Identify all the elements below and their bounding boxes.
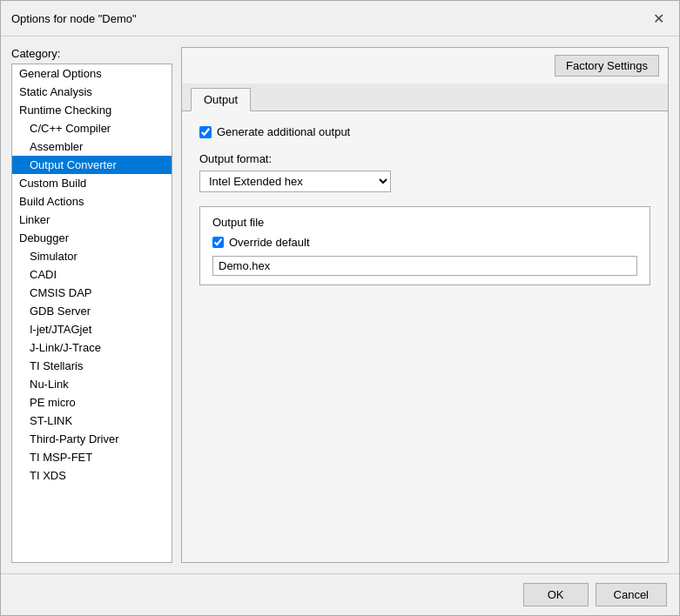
output-format-select[interactable]: Intel Extended hexIntel hexMotorola S-re…: [199, 171, 391, 192]
content-panel: Factory Settings Output Generate additio…: [181, 47, 669, 563]
filename-input[interactable]: [212, 256, 637, 276]
category-panel: Category: General OptionsStatic Analysis…: [11, 47, 172, 563]
category-item-build-actions[interactable]: Build Actions: [12, 192, 172, 211]
override-default-label: Override default: [229, 236, 310, 249]
category-item-cadi[interactable]: CADI: [12, 265, 172, 284]
dialog-body: Category: General OptionsStatic Analysis…: [1, 37, 679, 573]
category-item-output-converter[interactable]: Output Converter: [12, 156, 172, 174]
category-item-ti-msp-fet[interactable]: TI MSP-FET: [12, 448, 172, 466]
cancel-button[interactable]: Cancel: [596, 583, 667, 606]
category-item-static-analysis[interactable]: Static Analysis: [12, 83, 172, 101]
category-item-ti-stellaris[interactable]: TI Stellaris: [12, 357, 172, 375]
category-item-gdb-server[interactable]: GDB Server: [12, 302, 172, 320]
generate-output-row: Generate additional output: [199, 125, 650, 138]
category-item-j-link-j-trace[interactable]: J-Link/J-Trace: [12, 338, 172, 357]
category-item-simulator[interactable]: Simulator: [12, 247, 172, 265]
category-item-assembler[interactable]: Assembler: [12, 137, 172, 156]
output-format-label: Output format:: [199, 152, 650, 165]
category-item-custom-build[interactable]: Custom Build: [12, 174, 172, 192]
category-item-ti-xds[interactable]: TI XDS: [12, 466, 172, 485]
category-item-runtime-checking[interactable]: Runtime Checking: [12, 101, 172, 119]
factory-settings-button[interactable]: Factory Settings: [555, 55, 659, 77]
category-item-third-party-driver[interactable]: Third-Party Driver: [12, 430, 172, 448]
category-item-st-link[interactable]: ST-LINK: [12, 412, 172, 430]
factory-settings-bar: Factory Settings: [182, 48, 668, 84]
dialog-title: Options for node "Demo": [11, 12, 137, 25]
close-button[interactable]: ✕: [648, 8, 669, 29]
category-item-debugger[interactable]: Debugger: [12, 229, 172, 247]
tab-content: Generate additional output Output format…: [182, 111, 668, 562]
tab-output[interactable]: Output: [191, 88, 251, 111]
category-item-i-jet-jtagjet[interactable]: I-jet/JTAGjet: [12, 320, 172, 338]
category-item-pe-micro[interactable]: PE micro: [12, 393, 172, 412]
category-item-linker[interactable]: Linker: [12, 211, 172, 229]
category-item-nu-link[interactable]: Nu-Link: [12, 375, 172, 393]
category-label: Category:: [11, 47, 172, 60]
category-item-c-cpp-compiler[interactable]: C/C++ Compiler: [12, 119, 172, 137]
override-default-row: Override default: [212, 236, 637, 249]
dialog: Options for node "Demo" ✕ Category: Gene…: [0, 0, 680, 616]
title-bar: Options for node "Demo" ✕: [1, 1, 679, 37]
category-list: General OptionsStatic AnalysisRuntime Ch…: [11, 64, 172, 563]
category-item-general-options[interactable]: General Options: [12, 64, 172, 83]
generate-output-checkbox[interactable]: [199, 126, 212, 138]
generate-output-label: Generate additional output: [217, 125, 350, 138]
tab-bar: Output: [182, 84, 668, 111]
output-file-box: Output file Override default: [199, 206, 650, 285]
dialog-footer: OK Cancel: [1, 573, 679, 615]
ok-button[interactable]: OK: [523, 583, 589, 606]
format-dropdown-row: Intel Extended hexIntel hexMotorola S-re…: [199, 171, 650, 192]
output-file-title: Output file: [212, 216, 637, 229]
override-default-checkbox[interactable]: [212, 237, 224, 248]
category-item-cmsis-dap[interactable]: CMSIS DAP: [12, 284, 172, 302]
